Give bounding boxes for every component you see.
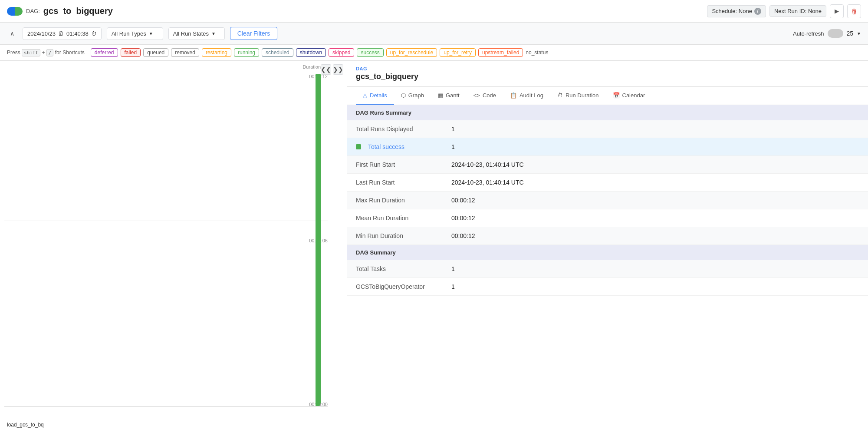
tab-details[interactable]: △ Details xyxy=(356,87,394,105)
details-dag-name: gcs_to_bigquery xyxy=(356,72,859,81)
clear-filters-button[interactable]: Clear Filters xyxy=(230,27,277,40)
play-button[interactable]: ▶ xyxy=(830,4,844,18)
run-duration-tab-label: Run Duration xyxy=(566,92,599,99)
total-success-label: Total success xyxy=(356,143,451,150)
total-runs-label: Total Runs Displayed xyxy=(356,126,451,132)
gcs-operator-label: GCSToBigQueryOperator xyxy=(356,283,451,290)
details-header: DAG gcs_to_bigquery xyxy=(347,61,868,87)
run-states-chevron-icon: ▼ xyxy=(211,31,216,36)
breadcrumb: DAG xyxy=(356,66,859,71)
min-run-duration-value: 00:00:12 xyxy=(451,232,475,239)
refresh-chevron-icon: ▼ xyxy=(857,31,861,36)
detail-row-total-runs: Total Runs Displayed 1 xyxy=(347,120,868,138)
schedule-badge: Schedule: None i xyxy=(707,5,766,17)
code-tab-icon: <> xyxy=(473,92,480,99)
next-run-label: Next Run ID: None xyxy=(774,8,822,14)
total-tasks-label: Total Tasks xyxy=(356,265,451,272)
status-bar: Press shift + / for Shortcuts deferred f… xyxy=(0,45,868,61)
status-badge-shutdown[interactable]: shutdown xyxy=(296,48,326,57)
status-badge-upstream-failed[interactable]: upstream_failed xyxy=(478,48,523,57)
task-label: load_gcs_to_bq xyxy=(7,422,44,428)
tab-code[interactable]: <> Code xyxy=(467,87,503,105)
filter-bar: ∧ 2024/10/23 🗓 01:40:38 ⏱ All Run Types … xyxy=(0,23,868,45)
autorefresh-label: Auto-refresh xyxy=(793,30,824,37)
last-run-start-label: Last Run Start xyxy=(356,179,451,186)
status-badge-no-status[interactable]: no_status xyxy=(526,50,548,56)
shortcut-hint: Press shift + / for Shortcuts xyxy=(7,50,85,56)
date-value: 2024/10/23 xyxy=(27,30,56,37)
chart-collapse-left-button[interactable]: ❮❮ xyxy=(321,64,331,75)
total-success-link[interactable]: Total success xyxy=(368,143,404,150)
dag-title-area: DAG: gcs_to_bigquery xyxy=(7,6,113,16)
last-run-start-value: 2024-10-23, 01:40:14 UTC xyxy=(451,179,524,186)
tab-gantt[interactable]: ▦ Gantt xyxy=(431,87,467,105)
audit-log-tab-icon: 📋 xyxy=(510,92,517,99)
time-value: 01:40:38 xyxy=(66,30,89,37)
date-input[interactable]: 2024/10/23 🗓 01:40:38 ⏱ xyxy=(23,27,102,40)
dag-label: DAG: xyxy=(26,8,40,14)
shortcut-key-slash: / xyxy=(46,49,54,56)
success-dot-icon xyxy=(356,144,361,149)
next-run-badge: Next Run ID: None xyxy=(769,5,826,17)
tab-graph[interactable]: ⬡ Graph xyxy=(394,87,431,105)
max-run-duration-label: Max Run Duration xyxy=(356,197,451,204)
schedule-info-icon[interactable]: i xyxy=(754,8,761,15)
top-bar: DAG: gcs_to_bigquery Schedule: None i Ne… xyxy=(0,0,868,23)
dag-toggle[interactable] xyxy=(7,7,23,16)
tab-run-duration[interactable]: ⏱ Run Duration xyxy=(550,87,606,105)
audit-log-tab-label: Audit Log xyxy=(519,92,543,99)
dag-runs-summary-header: DAG Runs Summary xyxy=(347,105,868,120)
gcs-operator-value: 1 xyxy=(451,283,455,290)
status-badge-success[interactable]: success xyxy=(357,48,383,57)
graph-tab-label: Graph xyxy=(408,92,424,99)
mean-run-duration-value: 00:00:12 xyxy=(451,215,475,221)
status-badge-restarting[interactable]: restarting xyxy=(202,48,231,57)
chart-dot xyxy=(316,402,320,406)
tab-audit-log[interactable]: 📋 Audit Log xyxy=(503,87,550,105)
run-types-chevron-icon: ▼ xyxy=(149,31,153,36)
grid-line-bottom xyxy=(4,407,328,407)
chart-bar-main[interactable] xyxy=(316,74,321,403)
detail-row-first-run-start: First Run Start 2024-10-23, 01:40:14 UTC xyxy=(347,156,868,174)
status-badge-removed[interactable]: removed xyxy=(171,48,199,57)
grid-line-mid xyxy=(4,221,328,221)
run-states-dropdown[interactable]: All Run States ▼ xyxy=(168,27,225,40)
gantt-tab-icon: ▦ xyxy=(438,92,443,99)
run-types-label: All Run Types xyxy=(112,30,146,37)
status-badge-queued[interactable]: queued xyxy=(143,48,168,57)
status-badge-deferred[interactable]: deferred xyxy=(91,48,118,57)
detail-row-total-tasks: Total Tasks 1 xyxy=(347,260,868,278)
main-layout: ❮❮ ❯❯ Duration 00:00:12 00:00:06 00:00:0… xyxy=(0,61,868,433)
graph-tab-icon: ⬡ xyxy=(401,92,406,99)
detail-row-mean-run-duration: Mean Run Duration 00:00:12 xyxy=(347,209,868,227)
delete-button[interactable] xyxy=(847,4,861,18)
run-states-label: All Run States xyxy=(173,30,209,37)
grid-line-top xyxy=(4,74,328,74)
status-badge-skipped[interactable]: skipped xyxy=(329,48,354,57)
tab-calendar[interactable]: 📅 Calendar xyxy=(606,87,652,105)
chart-expand-right-button[interactable]: ❯❯ xyxy=(333,64,343,75)
duration-axis-label: Duration xyxy=(302,64,321,69)
details-panel: DAG gcs_to_bigquery △ Details ⬡ Graph ▦ … xyxy=(347,61,868,433)
autorefresh-toggle[interactable] xyxy=(828,29,843,38)
detail-row-gcs-operator: GCSToBigQueryOperator 1 xyxy=(347,278,868,296)
run-types-dropdown[interactable]: All Run Types ▼ xyxy=(107,27,163,40)
filter-collapse-button[interactable]: ∧ xyxy=(7,28,17,39)
gantt-tab-label: Gantt xyxy=(446,92,460,99)
total-tasks-value: 1 xyxy=(451,265,455,272)
top-bar-right: Schedule: None i Next Run ID: None ▶ xyxy=(707,4,861,18)
details-tab-label: Details xyxy=(370,92,387,99)
max-run-duration-value: 00:00:12 xyxy=(451,197,475,204)
status-badge-failed[interactable]: failed xyxy=(121,48,141,57)
dag-name-title: gcs_to_bigquery xyxy=(43,6,113,16)
first-run-start-value: 2024-10-23, 01:40:14 UTC xyxy=(451,161,524,168)
shortcut-key-shift: shift xyxy=(22,49,40,56)
autorefresh-area: Auto-refresh 25 ▼ xyxy=(793,29,861,38)
status-badge-scheduled[interactable]: scheduled xyxy=(262,48,293,57)
details-tab-icon: △ xyxy=(363,92,367,99)
dag-summary-header: DAG Summary xyxy=(347,245,868,260)
status-badge-running[interactable]: running xyxy=(234,48,259,57)
status-badge-up-for-reschedule[interactable]: up_for_reschedule xyxy=(386,48,437,57)
details-content: DAG Runs Summary Total Runs Displayed 1 … xyxy=(347,105,868,296)
status-badge-up-for-retry[interactable]: up_for_retry xyxy=(440,48,476,57)
